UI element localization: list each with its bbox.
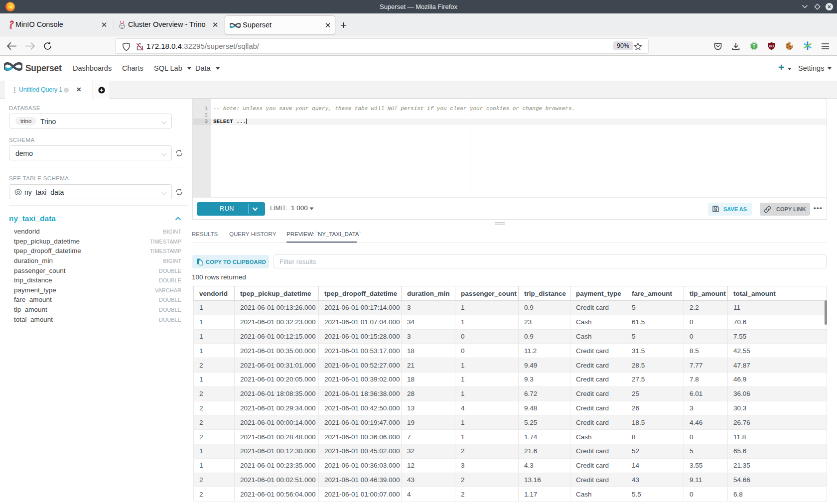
- svg-text:uO: uO: [769, 44, 774, 48]
